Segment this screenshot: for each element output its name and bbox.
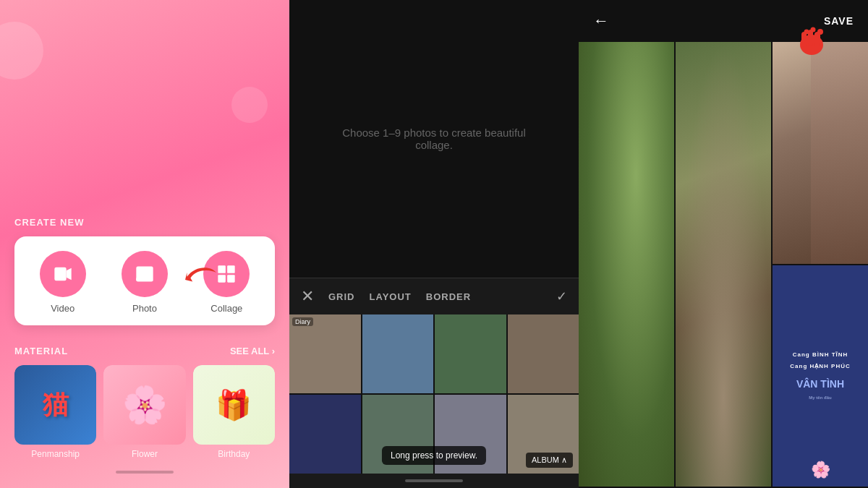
collage-cell-4: Cang BÌNH TĨNH Cang HẠNH PHÚC VÂN TÌNH M… bbox=[773, 265, 868, 487]
panel-collage-picker: Choose 1–9 photos to create beautiful co… bbox=[289, 0, 579, 488]
see-all-button[interactable]: SEE ALL › bbox=[230, 346, 275, 356]
book-subtitle2: Cang HẠNH PHÚC bbox=[790, 362, 850, 371]
svg-rect-4 bbox=[227, 265, 235, 273]
photo-label: Photo bbox=[132, 303, 157, 314]
book-author: My tên đâu bbox=[790, 395, 850, 401]
create-card: Video Photo Colla bbox=[14, 236, 275, 325]
svg-rect-0 bbox=[54, 267, 66, 281]
svg-point-12 bbox=[811, 27, 816, 33]
svg-point-13 bbox=[804, 30, 809, 35]
material-heading: MATERIAL bbox=[14, 346, 68, 356]
flower-thumbnail: 🌸 bbox=[103, 365, 185, 445]
photo-icon bbox=[122, 251, 168, 297]
collage-grid: Cang BÌNH TĨNH Cang HẠNH PHÚC VÂN TÌNH M… bbox=[579, 42, 868, 488]
svg-point-2 bbox=[139, 270, 143, 274]
book-subtitle: Cang BÌNH TĨNH bbox=[790, 351, 850, 359]
photo-cell-4[interactable] bbox=[508, 314, 579, 393]
album-button[interactable]: ALBUM ∧ bbox=[526, 453, 573, 468]
home-indicator bbox=[116, 471, 174, 474]
collage-cell-2 bbox=[773, 42, 868, 264]
svg-point-11 bbox=[817, 29, 823, 35]
book-title: VÂN TÌNH bbox=[790, 377, 850, 392]
close-button[interactable]: ✕ bbox=[301, 287, 314, 306]
material-header: MATERIAL SEE ALL › bbox=[14, 346, 275, 356]
photo-cell-3[interactable] bbox=[435, 314, 506, 393]
panel-create-new: CREATE NEW Video Photo bbox=[0, 0, 289, 488]
home-indicator-2 bbox=[405, 479, 463, 482]
nature-photo bbox=[579, 42, 674, 487]
iris-flower: 🌸 bbox=[811, 461, 830, 479]
flower-emoji: 🌸 bbox=[122, 384, 167, 426]
video-icon bbox=[40, 251, 86, 297]
create-photo-button[interactable]: Photo bbox=[122, 251, 168, 314]
border-tool[interactable]: BORDER bbox=[426, 288, 471, 305]
penmanship-label: Penmanship bbox=[14, 449, 96, 459]
collage-label: Collage bbox=[210, 303, 242, 314]
material-grid: 猫 Penmanship 🌸 Flower 🎁 Birthday bbox=[14, 365, 275, 459]
svg-rect-6 bbox=[227, 275, 235, 283]
grid-tool[interactable]: GRID bbox=[328, 288, 355, 305]
birthday-emoji: 🎁 bbox=[216, 388, 252, 422]
video-label: Video bbox=[51, 303, 75, 314]
material-item-birthday[interactable]: 🎁 Birthday bbox=[193, 365, 275, 459]
penmanship-thumbnail: 猫 bbox=[14, 365, 96, 445]
flower-label: Flower bbox=[103, 449, 185, 459]
photo-cell-2[interactable] bbox=[362, 314, 434, 393]
layout-tool[interactable]: LAYOUT bbox=[370, 288, 412, 305]
photo-cell-1[interactable]: Diary bbox=[289, 314, 361, 393]
long-press-tooltip: Long press to preview. bbox=[382, 446, 486, 465]
group-photo bbox=[676, 42, 771, 487]
diary-badge: Diary bbox=[292, 317, 313, 326]
back-button[interactable]: ← bbox=[593, 12, 609, 30]
penmanship-char: 猫 bbox=[43, 388, 69, 423]
collage-result-preview: Cang BÌNH TĨNH Cang HẠNH PHÚC VÂN TÌNH M… bbox=[579, 42, 868, 488]
collage-cell-3 bbox=[676, 42, 771, 487]
collage-toolbar: ✕ GRID LAYOUT BORDER ✓ bbox=[289, 278, 579, 314]
collage-hint-text: Choose 1–9 photos to create beautiful co… bbox=[333, 127, 535, 151]
collage-cell-1 bbox=[579, 42, 674, 487]
create-new-heading: CREATE NEW bbox=[14, 217, 275, 228]
create-video-button[interactable]: Video bbox=[40, 251, 86, 314]
photo-cell-5[interactable] bbox=[289, 395, 361, 474]
save-hand-indicator bbox=[792, 22, 832, 64]
birthday-label: Birthday bbox=[193, 449, 275, 459]
birthday-thumbnail: 🎁 bbox=[193, 365, 275, 445]
material-item-flower[interactable]: 🌸 Flower bbox=[103, 365, 185, 459]
material-item-penmanship[interactable]: 猫 Penmanship bbox=[14, 365, 96, 459]
hair-photo bbox=[773, 42, 868, 264]
confirm-button[interactable]: ✓ bbox=[556, 288, 567, 304]
collage-preview-empty: Choose 1–9 photos to create beautiful co… bbox=[289, 0, 579, 278]
panel-collage-result: ← SAVE bbox=[579, 0, 868, 488]
create-collage-button[interactable]: Collage bbox=[203, 251, 250, 314]
